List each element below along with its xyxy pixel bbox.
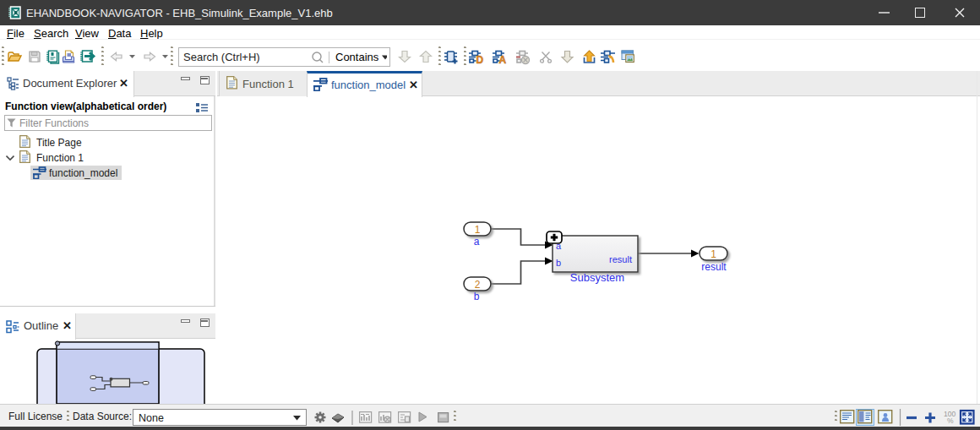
svg-text:A: A xyxy=(499,54,507,65)
svg-text:b: b xyxy=(556,258,561,268)
svg-text:b: b xyxy=(474,291,480,302)
svg-text:a: a xyxy=(474,236,480,248)
svg-text:1: 1 xyxy=(710,248,716,260)
svg-text:2: 2 xyxy=(475,279,481,291)
svg-text:D: D xyxy=(476,54,484,65)
svg-text:1: 1 xyxy=(475,224,481,236)
svg-text:result: result xyxy=(609,254,632,264)
svg-text:result: result xyxy=(701,261,727,273)
svg-text:Subsystem: Subsystem xyxy=(570,271,624,284)
svg-text:a: a xyxy=(556,241,562,251)
svg-text:%: % xyxy=(947,416,954,425)
